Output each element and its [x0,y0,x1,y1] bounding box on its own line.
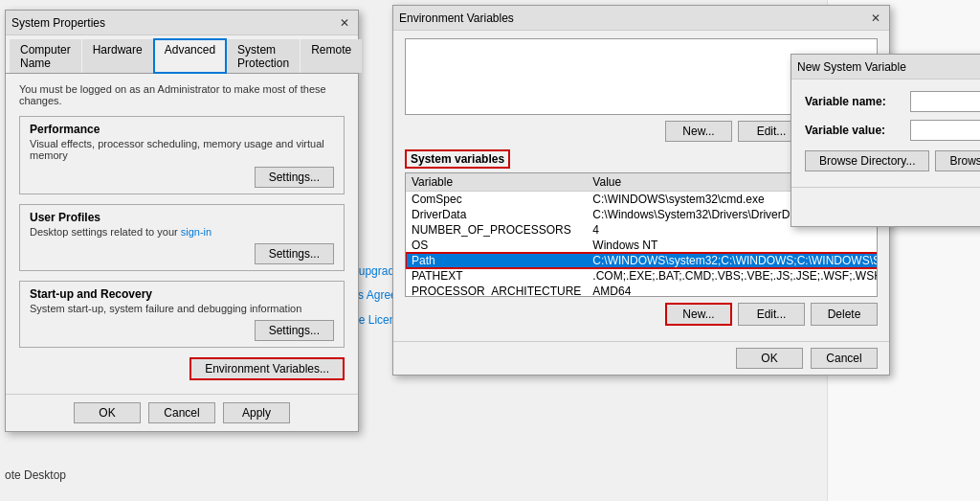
cell-variable: ComSpec [406,192,587,208]
sys-vars-delete-button[interactable]: Delete [811,303,878,326]
table-row[interactable]: PATHEXT.COM;.EXE;.BAT;.CMD;.VBS;.VBE;.JS… [406,268,878,284]
user-vars-new-button[interactable]: New... [665,121,732,142]
table-row[interactable]: PROCESSOR_ARCHITECTUREAMD64 [406,284,878,297]
startup-recovery-settings-button[interactable]: Settings... [255,320,334,341]
cell-variable: OS [406,238,587,253]
system-properties-title: System Properties [11,16,105,30]
variable-value-input[interactable] [910,120,980,141]
new-var-footer: OK Cancel [791,187,980,226]
variable-value-row: Variable value: [805,120,980,141]
variable-value-label: Variable value: [805,124,910,137]
startup-recovery-title: Start-up and Recovery [30,287,334,301]
system-variables-label: System variables [405,149,510,169]
performance-title: Performance [30,123,334,136]
tab-system-protection[interactable]: System Protection [227,39,300,73]
tab-hardware[interactable]: Hardware [82,39,153,73]
tab-advanced[interactable]: Advanced [154,39,226,73]
system-properties-tabs: Computer Name Hardware Advanced System P… [6,35,358,74]
new-var-title: New System Variable [797,60,906,74]
env-ok-button[interactable]: OK [736,348,803,369]
table-row[interactable]: PathC:\WINDOWS\system32;C:\WINDOWS;C:\WI… [406,253,878,268]
new-var-titlebar: New System Variable ✕ [791,55,980,80]
sys-vars-buttons: New... Edit... Delete [405,303,878,326]
browse-file-button[interactable]: Browse File... [935,150,980,171]
browse-directory-button[interactable]: Browse Directory... [805,150,929,171]
system-properties-titlebar: System Properties ✕ [6,11,358,35]
system-properties-dialog: System Properties ✕ Computer Name Hardwa… [5,10,359,432]
user-profiles-desc: Desktop settings related to your sign-in [30,226,334,238]
env-cancel-button[interactable]: Cancel [811,348,878,369]
cell-variable: NUMBER_OF_PROCESSORS [406,222,587,238]
system-properties-close-button[interactable]: ✕ [337,15,352,31]
new-var-body: Variable name: Variable value: Browse Di… [791,80,980,187]
env-title: Environment Variables [399,11,514,25]
cell-variable: Path [406,253,587,268]
system-properties-cancel-button[interactable]: Cancel [148,402,215,423]
system-properties-apply-button[interactable]: Apply [223,402,290,423]
user-profiles-settings-button[interactable]: Settings... [255,243,334,264]
cell-variable: PROCESSOR_ARCHITECTURE [406,284,587,297]
new-var-action-buttons: Browse Directory... Browse File... [805,150,980,171]
remote-desktop-label: ote Desktop [5,468,66,482]
table-row[interactable]: OSWindows NT [406,238,878,253]
system-properties-ok-button[interactable]: OK [74,402,141,423]
user-profiles-title: User Profiles [30,211,334,224]
variable-name-label: Variable name: [805,95,910,108]
cell-value: .COM;.EXE;.BAT;.CMD;.VBS;.VBE;.JS;.JSE;.… [587,268,878,284]
env-close-button[interactable]: ✕ [868,11,883,26]
performance-desc: Visual effects, processor scheduling, me… [30,138,334,161]
system-properties-footer: OK Cancel Apply [6,394,358,431]
env-titlebar: Environment Variables ✕ [393,6,889,31]
system-properties-body: You must be logged on as an Administrato… [6,74,358,394]
env-footer: OK Cancel [393,341,889,375]
user-profiles-section: User Profiles Desktop settings related t… [19,204,345,271]
cell-variable: PATHEXT [406,268,587,284]
sign-in-link[interactable]: sign-in [181,226,212,238]
new-system-variable-dialog: New System Variable ✕ Variable name: Var… [791,54,980,227]
environment-variables-dialog: Environment Variables ✕ New System Varia… [392,5,890,376]
variable-name-row: Variable name: [805,91,980,112]
variable-name-input[interactable] [910,91,980,112]
tab-computer-name[interactable]: Computer Name [10,39,81,73]
performance-section: Performance Visual effects, processor sc… [19,116,345,194]
performance-settings-button[interactable]: Settings... [255,167,334,188]
cell-value: C:\WINDOWS\system32;C:\WINDOWS;C:\WINDOW… [587,253,878,268]
cell-value: AMD64 [587,284,878,297]
cell-variable: DriverData [406,207,587,222]
startup-recovery-desc: System start-up, system failure and debu… [30,303,334,314]
environment-variables-button[interactable]: Environment Variables... [189,357,345,380]
sys-vars-edit-button[interactable]: Edit... [738,303,805,326]
cell-value: Windows NT [587,238,878,253]
tab-remote[interactable]: Remote [301,39,362,73]
sys-vars-new-button[interactable]: New... [665,303,732,326]
col-variable: Variable [406,173,587,192]
admin-notice: You must be logged on as an Administrato… [19,83,345,106]
startup-recovery-section: Start-up and Recovery System start-up, s… [19,281,345,348]
